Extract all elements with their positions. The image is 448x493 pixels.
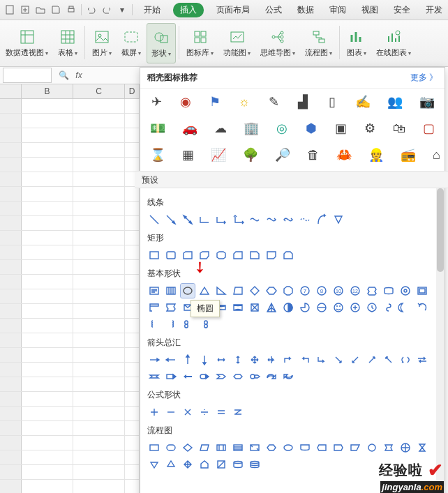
- ribbon-chart-icon[interactable]: 图表▾: [343, 23, 371, 62]
- cell[interactable]: [125, 421, 140, 435]
- row-header[interactable]: [0, 392, 22, 406]
- note-icon[interactable]: ✍: [355, 94, 371, 109]
- cell[interactable]: [73, 377, 125, 391]
- ribbon-mindmap-icon[interactable]: 思维导图▾: [256, 23, 299, 62]
- arrow-shape-24[interactable]: [264, 370, 278, 384]
- formula-shape-2[interactable]: [181, 405, 195, 419]
- cell[interactable]: [22, 450, 73, 464]
- line-shape-6[interactable]: [248, 213, 262, 227]
- scrollbar-thumb[interactable]: [437, 188, 444, 272]
- save-icon[interactable]: [49, 3, 63, 17]
- arrow-shape-14[interactable]: [382, 353, 396, 367]
- cell[interactable]: [22, 333, 73, 347]
- ribbon-pivot-icon[interactable]: 数据透视图▾: [1, 23, 52, 62]
- bulb-icon[interactable]: ☼: [238, 94, 251, 109]
- cell[interactable]: [125, 480, 140, 493]
- worker-icon[interactable]: 👷: [368, 147, 384, 162]
- cell[interactable]: [125, 450, 140, 464]
- cell[interactable]: [22, 231, 73, 245]
- rect-shape-7[interactable]: [264, 248, 278, 262]
- cell[interactable]: [73, 260, 125, 274]
- tab-页面布局[interactable]: 页面布局: [214, 3, 253, 17]
- basic-shape-17[interactable]: [147, 301, 161, 314]
- cell[interactable]: [73, 275, 125, 289]
- basic-shape-14[interactable]: [382, 284, 396, 298]
- car-icon[interactable]: 🚗: [182, 121, 197, 136]
- cell[interactable]: [22, 377, 73, 391]
- cell[interactable]: [22, 99, 73, 113]
- basic-shape-31[interactable]: [382, 301, 396, 314]
- podium-icon[interactable]: ▟: [297, 94, 309, 109]
- arrow-shape-10[interactable]: [315, 353, 329, 367]
- flow-shape-9[interactable]: [298, 441, 312, 455]
- building-icon[interactable]: 🏢: [244, 121, 259, 136]
- cell[interactable]: [22, 289, 73, 303]
- flow-shape-1[interactable]: [164, 441, 178, 455]
- basic-shape-18[interactable]: [164, 301, 178, 314]
- cell[interactable]: [125, 275, 140, 289]
- tab-开发[interactable]: 开发: [423, 3, 445, 17]
- row-header[interactable]: [0, 143, 22, 157]
- formula-shape-3[interactable]: [197, 405, 211, 419]
- basic-shape-28[interactable]: [331, 301, 345, 314]
- cell[interactable]: [22, 304, 73, 318]
- hex-icon[interactable]: ⬢: [305, 121, 318, 136]
- hourglass-icon[interactable]: ⌛: [150, 147, 165, 162]
- name-box[interactable]: [3, 68, 52, 83]
- rect-shape-2[interactable]: [181, 248, 195, 262]
- cell[interactable]: [22, 128, 73, 142]
- line-shape-10[interactable]: [315, 213, 329, 227]
- line-shape-11[interactable]: [331, 213, 345, 227]
- ribbon-onlinechart-icon[interactable]: 在线图表▾: [372, 23, 415, 62]
- basic-shape-23[interactable]: [248, 301, 262, 314]
- cell[interactable]: [22, 407, 73, 420]
- cell[interactable]: [125, 187, 140, 201]
- flow-shape-14[interactable]: [382, 441, 396, 455]
- basic-shape-2[interactable]: [181, 284, 195, 298]
- ribbon-picture-icon[interactable]: 图片▾: [88, 23, 116, 62]
- line-shape-7[interactable]: [264, 213, 278, 227]
- cell[interactable]: [125, 348, 140, 362]
- cell[interactable]: [22, 465, 73, 479]
- ribbon-iconlib-icon[interactable]: 图标库▾: [182, 23, 218, 62]
- basic-shape-5[interactable]: [231, 284, 245, 298]
- cell[interactable]: [125, 304, 140, 318]
- cell[interactable]: [73, 172, 125, 186]
- flow-shape-13[interactable]: [365, 441, 379, 455]
- flow-shape-23[interactable]: [248, 457, 262, 471]
- cell[interactable]: [22, 114, 73, 128]
- row-header[interactable]: [0, 377, 22, 391]
- arrow-shape-23[interactable]: [248, 370, 262, 384]
- row-header[interactable]: [0, 216, 22, 230]
- flow-shape-0[interactable]: [147, 441, 161, 455]
- flow-shape-17[interactable]: [147, 457, 161, 471]
- arrow-shape-15[interactable]: [398, 353, 412, 367]
- basic-shape-6[interactable]: [248, 284, 262, 298]
- arrow-shape-9[interactable]: [298, 353, 312, 367]
- cell[interactable]: [125, 363, 140, 377]
- formula-shape-4[interactable]: [214, 405, 228, 419]
- cell[interactable]: [125, 260, 140, 274]
- cell[interactable]: [125, 158, 140, 172]
- row-header[interactable]: [0, 363, 22, 377]
- line-shape-2[interactable]: [181, 213, 195, 227]
- cell[interactable]: [22, 436, 73, 450]
- row-header[interactable]: [0, 319, 22, 333]
- cell[interactable]: [73, 407, 125, 420]
- flow-shape-7[interactable]: [264, 441, 278, 455]
- file-icon[interactable]: [3, 3, 17, 17]
- basic-shape-11[interactable]: 10: [331, 284, 345, 298]
- cell[interactable]: [125, 231, 140, 245]
- cell[interactable]: [73, 319, 125, 333]
- cell[interactable]: [22, 319, 73, 333]
- flow-shape-20[interactable]: [197, 457, 211, 471]
- basic-shape-27[interactable]: [315, 301, 329, 314]
- people-icon[interactable]: 👥: [387, 94, 403, 109]
- basic-shape-10[interactable]: 8: [315, 284, 329, 298]
- arrow-shape-22[interactable]: [231, 370, 245, 384]
- radio-icon[interactable]: 📻: [401, 147, 416, 162]
- cell[interactable]: [125, 289, 140, 303]
- cell[interactable]: [73, 128, 125, 142]
- cell[interactable]: [73, 480, 125, 493]
- cell[interactable]: [73, 187, 125, 201]
